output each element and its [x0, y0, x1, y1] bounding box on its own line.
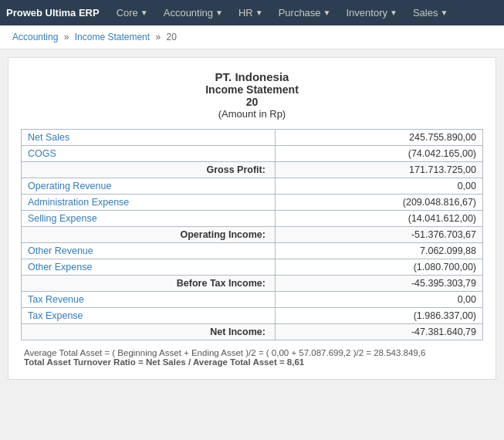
nav-accounting-label: Accounting	[164, 7, 213, 19]
nav-inventory-label: Inventory	[346, 7, 387, 19]
row-label[interactable]: Tax Expense	[22, 308, 276, 324]
table-row: Selling Expense(14.041.612,00)	[22, 211, 483, 227]
footer-note: Average Total Asset = ( Beginning Asset …	[21, 348, 483, 367]
breadcrumb: Accounting » Income Statement » 20	[0, 25, 504, 49]
nav-purchase-label: Purchase	[279, 7, 321, 19]
report-header: PT. Indonesia Income Statement 20 (Amoun…	[21, 70, 483, 120]
nav-inventory[interactable]: Inventory ▼	[338, 0, 404, 25]
nav-inventory-caret: ▼	[390, 8, 397, 17]
nav-accounting-caret: ▼	[215, 8, 223, 17]
footer-line1: Average Total Asset = ( Beginning Asset …	[24, 348, 480, 357]
nav-sales[interactable]: Sales ▼	[405, 0, 455, 25]
row-label[interactable]: Tax Revenue	[22, 292, 276, 308]
row-label[interactable]: Other Expense	[22, 259, 276, 276]
row-label[interactable]: Operating Revenue	[22, 178, 276, 195]
breadcrumb-period: 20	[166, 32, 176, 42]
row-label[interactable]: COGS	[22, 146, 276, 162]
table-row: Operating Income:-51.376.703,67	[22, 227, 483, 243]
row-value: (209.048.816,67)	[275, 195, 482, 211]
row-value: (74.042.165,00)	[275, 146, 482, 162]
breadcrumb-sep1: »	[64, 32, 72, 42]
table-row: Other Expense(1.080.700,00)	[22, 259, 483, 276]
navbar: Proweb Ultima ERP Core ▼ Accounting ▼ HR…	[0, 0, 504, 25]
nav-accounting[interactable]: Accounting ▼	[156, 0, 231, 25]
row-value: 171.713.725,00	[275, 162, 482, 178]
nav-hr-label: HR	[238, 7, 253, 19]
table-row: Tax Revenue0,00	[22, 292, 483, 308]
footer-line2: Total Asset Turnover Ratio = Net Sales /…	[24, 357, 480, 367]
row-label[interactable]: Net Sales	[22, 130, 276, 146]
report-table: Net Sales245.755.890,00COGS(74.042.165,0…	[21, 129, 483, 340]
breadcrumb-income-statement[interactable]: Income Statement	[75, 32, 150, 42]
row-value: 0,00	[275, 178, 482, 195]
brand: Proweb Ultima ERP	[6, 7, 100, 19]
row-value: 0,00	[275, 292, 482, 308]
row-label[interactable]: Selling Expense	[22, 211, 276, 227]
nav-hr[interactable]: HR ▼	[231, 0, 271, 25]
table-row: Net Income:-47.381.640,79	[22, 324, 483, 340]
row-label[interactable]: Other Revenue	[22, 243, 276, 259]
row-value: (1.986.337,00)	[275, 308, 482, 324]
nav-sales-label: Sales	[413, 7, 438, 19]
breadcrumb-accounting[interactable]: Accounting	[12, 32, 58, 42]
nav-purchase-caret: ▼	[323, 8, 331, 17]
breadcrumb-sep2: »	[155, 32, 163, 42]
nav-sales-caret: ▼	[440, 8, 448, 17]
report-title: Income Statement	[21, 83, 483, 96]
table-row: Other Revenue7.062.099,88	[22, 243, 483, 259]
table-row: Administration Expense(209.048.816,67)	[22, 195, 483, 211]
row-value: (14.041.612,00)	[275, 211, 482, 227]
report-company: PT. Indonesia	[21, 70, 483, 83]
table-row: Net Sales245.755.890,00	[22, 130, 483, 146]
row-label: Operating Income:	[22, 227, 276, 243]
table-row: Tax Expense(1.986.337,00)	[22, 308, 483, 324]
row-label: Gross Profit:	[22, 162, 276, 178]
nav-hr-caret: ▼	[255, 8, 263, 17]
nav-core-caret: ▼	[140, 8, 148, 17]
report-container: PT. Indonesia Income Statement 20 (Amoun…	[8, 57, 496, 380]
report-period: 20	[21, 96, 483, 108]
row-label: Before Tax Income:	[22, 276, 276, 292]
row-value: -47.381.640,79	[275, 324, 482, 340]
table-row: Gross Profit:171.713.725,00	[22, 162, 483, 178]
nav-core[interactable]: Core ▼	[109, 0, 156, 25]
row-value: 245.755.890,00	[275, 130, 482, 146]
row-value: 7.062.099,88	[275, 243, 482, 259]
table-row: COGS(74.042.165,00)	[22, 146, 483, 162]
table-row: Before Tax Income:-45.395.303,79	[22, 276, 483, 292]
table-row: Operating Revenue0,00	[22, 178, 483, 195]
row-label: Net Income:	[22, 324, 276, 340]
report-unit: (Amount in Rp)	[21, 108, 483, 120]
nav-items: Core ▼ Accounting ▼ HR ▼ Purchase ▼ Inve…	[109, 0, 456, 25]
row-value: -51.376.703,67	[275, 227, 482, 243]
row-value: -45.395.303,79	[275, 276, 482, 292]
row-label[interactable]: Administration Expense	[22, 195, 276, 211]
row-value: (1.080.700,00)	[275, 259, 482, 276]
nav-purchase[interactable]: Purchase ▼	[271, 0, 339, 25]
nav-core-label: Core	[117, 7, 138, 19]
